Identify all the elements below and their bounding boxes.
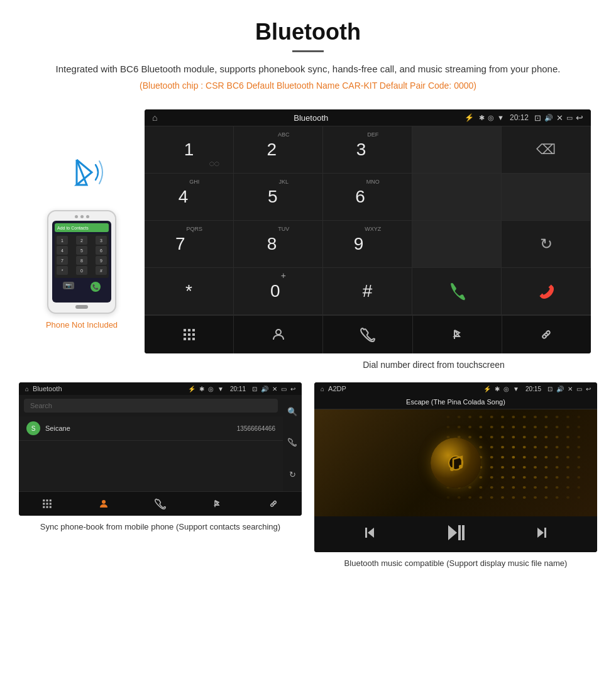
dial-key-3[interactable]: 3DEF [323,126,412,174]
dial-key-1[interactable]: 1◌◌ [145,126,234,174]
phone-bottom-bar: 📷 📞 [55,280,109,293]
svg-point-34 [555,416,558,418]
svg-rect-144 [365,528,367,538]
toolbar-phone-btn[interactable] [323,316,412,353]
next-btn[interactable] [534,525,549,543]
dial-key-hash: # [96,266,107,275]
svg-point-81 [501,456,504,458]
dial-key-2[interactable]: 2ABC [234,126,323,174]
dial-key-9[interactable]: 9WXYZ [323,221,412,268]
contacts-tb-grid[interactable] [19,498,75,509]
svg-rect-13 [43,499,45,501]
key-number: 4 [179,187,189,207]
contacts-cam-icon: ⊡ [252,386,257,392]
contacts-rect-icon[interactable]: ▭ [281,386,287,392]
search-bar[interactable]: Search [24,399,278,413]
toolbar-bt-btn[interactable] [413,316,502,353]
contacts-bt-icon: ✱ [199,386,204,392]
dial-row-2: 4 5 6 [57,246,107,255]
phone-icon [360,327,375,342]
svg-point-32 [534,416,537,418]
back-icon[interactable]: ↩ [576,113,583,123]
svg-point-27 [479,416,482,418]
window-icon[interactable]: ▭ [566,114,573,122]
contacts-tb-link[interactable] [245,498,302,509]
dial-key-8[interactable]: 8TUV [234,221,323,268]
dial-backspace[interactable]: ⌫ [502,126,591,174]
next-icon [534,525,549,540]
toolbar-person-btn[interactable] [234,316,323,353]
contacts-phone-icon [155,498,166,509]
key-number: 8 [267,234,277,254]
dial-empty-3 [502,174,591,221]
dial-key-6: 6 [96,246,107,255]
dial-key-5[interactable]: 5JKL [234,174,323,221]
end-call-icon [535,280,558,303]
music-sig-icon: ▼ [513,386,519,392]
svg-point-97 [534,466,537,469]
dial-key-1: 1 [57,236,68,245]
dial-key-star[interactable]: * [145,268,234,315]
dial-key-4[interactable]: 4GHI [145,174,234,221]
music-status-bar: ⌂ A2DP ⚡ ✱ ◎ ▼ 20:15 ⊡ 🔊 ✕ ▭ ↩ [314,382,597,395]
prev-btn[interactable] [362,525,377,543]
svg-point-96 [522,466,525,469]
dial-key-7[interactable]: 7PQRS [145,221,234,268]
dial-key-0[interactable]: 0+ [234,268,323,315]
music-card: ⌂ A2DP ⚡ ✱ ◎ ▼ 20:15 ⊡ 🔊 ✕ ▭ ↩ Escape (T… [314,382,597,570]
svg-point-25 [457,416,460,418]
svg-point-58 [534,436,537,438]
contacts-tb-person[interactable] [75,498,132,509]
header-specs: (Bluetooth chip : CSR BC6 Default Blueto… [50,81,566,91]
contacts-tb-bt[interactable] [189,498,245,509]
toolbar-link-btn[interactable] [502,316,591,353]
svg-rect-14 [47,499,48,501]
contacts-back-icon[interactable]: ↩ [290,386,295,392]
contacts-time: 20:11 [230,386,246,392]
person-icon [271,327,286,342]
svg-point-72 [544,446,547,448]
svg-point-73 [555,446,558,448]
music-screen: ⌂ A2DP ⚡ ✱ ◎ ▼ 20:15 ⊡ 🔊 ✕ ▭ ↩ Escape (T… [314,382,597,552]
refresh-icon[interactable]: ↻ [289,470,296,479]
key-sub: TUV [278,226,289,232]
dial-key-hash[interactable]: # [323,268,412,315]
dial-call-btn[interactable] [412,268,502,315]
dial-key-6[interactable]: 6MNO [323,174,412,221]
close-icon[interactable]: ✕ [556,113,563,123]
svg-rect-10 [192,338,195,340]
key-number: * [185,281,192,301]
contact-row-seicane[interactable]: S Seicane 13566664466 [19,416,283,441]
dial-end-btn[interactable] [502,268,591,315]
home-icon[interactable]: ⌂ [152,113,157,123]
main-section: Add to Contacts 1 2 3 4 5 6 7 8 [0,109,616,382]
svg-point-42 [501,426,504,428]
contacts-x-icon[interactable]: ✕ [272,386,277,392]
svg-rect-147 [462,525,465,540]
volume-icon: 🔊 [544,114,553,122]
location-icon: ◎ [488,114,494,122]
search-icon[interactable]: 🔍 [287,407,297,416]
svg-point-62 [577,436,580,438]
music-x-icon[interactable]: ✕ [568,386,573,392]
music-note-icon [444,452,467,474]
music-time: 20:15 [525,386,541,392]
call-icon[interactable] [288,438,297,448]
dial-refresh[interactable]: ↻ [502,221,591,268]
svg-point-98 [544,466,547,469]
music-rect-icon[interactable]: ▭ [576,386,582,392]
play-pause-btn[interactable] [447,524,465,545]
svg-point-109 [522,476,525,479]
svg-point-95 [512,466,515,469]
svg-point-49 [577,426,580,428]
svg-point-105 [479,476,482,479]
music-home-icon[interactable]: ⌂ [321,386,324,392]
svg-point-106 [490,476,493,479]
toolbar-grid-btn[interactable] [145,316,234,353]
key-sub: JKL [279,179,289,185]
svg-point-136 [534,496,537,499]
music-back-icon[interactable]: ↩ [586,386,591,392]
contact-name: Seicane [45,425,237,432]
contacts-home-icon[interactable]: ⌂ [25,386,29,392]
contacts-tb-phone[interactable] [132,498,189,509]
